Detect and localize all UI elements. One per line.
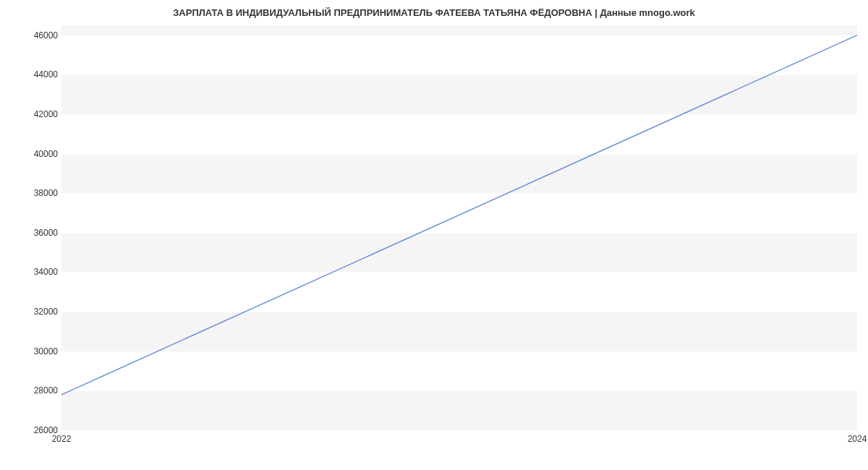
y-tick-label: 46000 <box>7 30 58 40</box>
y-tick-label: 36000 <box>7 228 58 238</box>
y-tick-label: 44000 <box>7 69 58 80</box>
y-tick-label: 26000 <box>7 425 58 435</box>
y-tick-label: 30000 <box>7 346 58 356</box>
y-tick-label: 32000 <box>7 307 58 317</box>
line-series <box>61 25 857 430</box>
x-tick-label: 2024 <box>848 434 867 444</box>
y-tick-label: 38000 <box>7 188 58 198</box>
y-tick-label: 34000 <box>7 267 58 277</box>
plot-area <box>61 25 857 430</box>
y-tick-label: 42000 <box>7 109 58 119</box>
x-tick-label: 2022 <box>52 434 72 444</box>
gridline <box>61 430 857 431</box>
y-tick-label: 40000 <box>7 149 58 159</box>
chart-title: ЗАРПЛАТА В ИНДИВИДУАЛЬНЫЙ ПРЕДПРИНИМАТЕЛ… <box>0 7 868 18</box>
y-tick-label: 28000 <box>7 385 58 396</box>
